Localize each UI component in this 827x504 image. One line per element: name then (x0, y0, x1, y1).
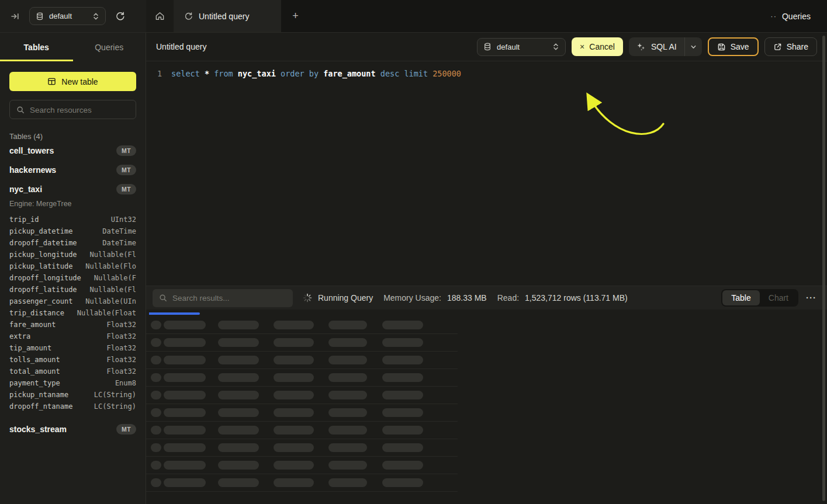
results-search[interactable] (153, 289, 293, 307)
sidebar-search-input[interactable] (30, 105, 129, 114)
sql-token (304, 69, 309, 78)
view-toggle-chart[interactable]: Chart (760, 290, 797, 305)
sql-ai-button[interactable]: SQL AI (629, 37, 684, 56)
sql-ai-dropdown-button[interactable] (685, 37, 702, 56)
sql-token: from (214, 69, 233, 78)
share-button[interactable]: Share (764, 37, 817, 56)
vertical-scrollbar[interactable] (822, 36, 825, 501)
sidebar-item-cell-towers[interactable]: cell_towers MT (9, 141, 136, 160)
sidebar-tab-label: Tables (24, 43, 49, 52)
sql-token: order (281, 69, 304, 78)
sql-ai-split-button: SQL AI (629, 37, 702, 56)
sidebar-tab-tables[interactable]: Tables (0, 33, 73, 61)
skeleton-pill (382, 373, 423, 382)
skeleton-pill (218, 338, 259, 347)
skeleton-pill (382, 426, 423, 435)
table-row (146, 457, 458, 474)
sidebar-tab-queries[interactable]: Queries (73, 33, 146, 61)
skeleton-pill (151, 408, 161, 417)
query-header: Untitled query default × Cancel (146, 33, 827, 61)
view-toggle-table[interactable]: Table (722, 290, 759, 305)
sidebar: Tables Queries New table Tables (4) cell… (0, 33, 146, 504)
sql-token: limit (404, 69, 428, 78)
skeleton-pill (164, 461, 206, 470)
query-database-selector[interactable]: default (477, 38, 566, 56)
sql-token (200, 69, 205, 78)
read-metric: Read: 1,523,712 rows (113.71 MB) (497, 293, 628, 303)
skeleton-pill (151, 356, 161, 364)
status-text: Running Query (318, 293, 373, 303)
table-row (146, 387, 458, 404)
view-toggle: Table Chart (721, 289, 798, 307)
column-type: UInt32 (111, 214, 136, 225)
chevron-updown-icon (552, 43, 559, 51)
sidebar-item-nyc-taxi[interactable]: nyc_taxi MT (9, 179, 136, 199)
sql-token: select (171, 69, 200, 78)
collapse-sidebar-icon[interactable] (8, 9, 22, 23)
engine-badge: MT (116, 165, 136, 175)
sql-editor[interactable]: 1 select * from nyc_taxi order by fare_a… (146, 61, 827, 286)
table-name: cell_towers (9, 146, 54, 155)
refresh-icon[interactable] (113, 9, 127, 23)
column-row: passenger_countNullable(UIn (9, 296, 136, 307)
column-name: total_amount (9, 366, 60, 377)
close-icon: × (580, 42, 584, 51)
sql-token (376, 69, 380, 78)
engine-badge: MT (116, 424, 136, 435)
results-search-input[interactable] (172, 293, 286, 303)
skeleton-pill (274, 478, 314, 487)
skeleton-pill (218, 461, 259, 470)
read-label: Read: (497, 293, 519, 303)
query-database-value: default (497, 43, 520, 51)
sidebar-item-stocks-stream[interactable]: stocks_stream MT (9, 419, 136, 439)
home-icon (155, 11, 165, 21)
new-table-button[interactable]: New table (9, 72, 136, 91)
home-button[interactable] (146, 0, 174, 32)
plus-icon: + (292, 10, 299, 22)
database-icon (483, 43, 492, 51)
save-button[interactable]: Save (708, 37, 759, 56)
sql-token: 250000 (432, 69, 461, 78)
sql-token (428, 69, 432, 78)
skeleton-pill (151, 426, 161, 435)
spinner-icon (303, 293, 312, 303)
column-row: total_amountFloat32 (9, 366, 136, 377)
column-row: extraFloat32 (9, 331, 136, 342)
read-value: 1,523,712 rows (113.71 MB) (525, 293, 628, 303)
skeleton-pill (382, 391, 423, 399)
skeleton-pill (274, 443, 314, 452)
skeleton-pill (164, 391, 206, 399)
skeleton-pill (328, 443, 367, 452)
annotation-arrow (582, 92, 681, 150)
more-options-button[interactable]: ··· (806, 295, 816, 301)
search-icon (16, 106, 25, 114)
sidebar-search[interactable] (9, 100, 136, 119)
column-type: DateTime (102, 237, 136, 249)
tables-section-label: Tables (4) (9, 132, 136, 141)
database-selector[interactable]: default (29, 7, 106, 25)
table-row (146, 439, 458, 457)
skeleton-pill (274, 356, 314, 364)
cancel-button[interactable]: × Cancel (572, 37, 623, 56)
column-row: dropoff_latitudeNullable(Fl (9, 284, 136, 296)
skeleton-pill (328, 408, 367, 417)
save-icon (717, 43, 726, 51)
skeleton-pill (382, 461, 423, 470)
query-status: Running Query (303, 293, 373, 303)
column-name: pickup_ntaname (9, 389, 68, 401)
skeleton-pill (164, 338, 206, 347)
column-name: extra (9, 331, 30, 342)
tab-untitled-query[interactable]: Untitled query (174, 0, 281, 32)
new-tab-button[interactable]: + (281, 0, 310, 32)
memory-usage-value: 188.33 MB (447, 293, 487, 303)
sidebar-item-hackernews[interactable]: hackernews MT (9, 160, 136, 179)
queries-link[interactable]: Queries (782, 12, 811, 21)
skeleton-pill (164, 321, 206, 329)
skeleton-pill (151, 443, 161, 452)
engine-label: Engine: MergeTree (9, 200, 136, 208)
sql-ai-label: SQL AI (651, 42, 677, 51)
column-name: pickup_longitude (9, 249, 77, 260)
column-row: pickup_latitudeNullable(Flo (9, 260, 136, 272)
column-row: dropoff_datetimeDateTime (9, 237, 136, 249)
sql-token (276, 69, 281, 78)
